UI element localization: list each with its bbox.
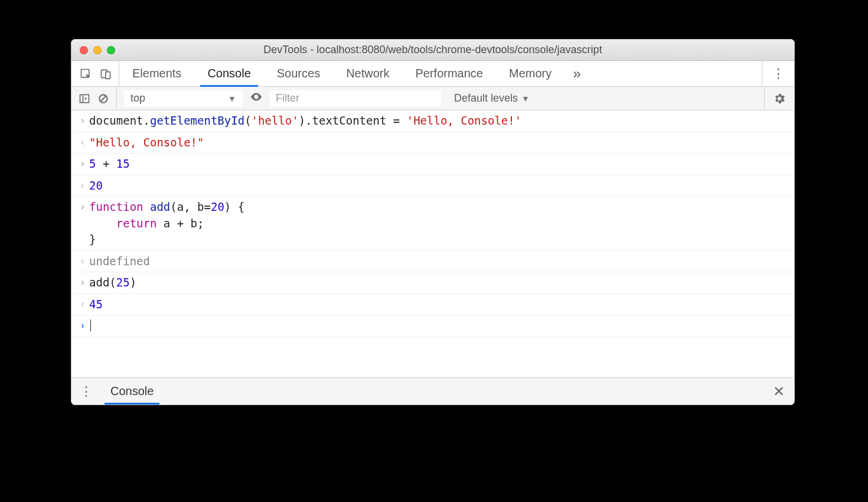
filter-input[interactable] [270, 90, 441, 107]
input-arrow-icon: › [76, 199, 89, 213]
more-options-button[interactable]: ⋮ [762, 61, 794, 86]
tab-memory[interactable]: Memory [496, 61, 564, 86]
devtools-window: DevTools - localhost:8080/web/tools/chro… [71, 39, 795, 405]
text-cursor [90, 320, 91, 331]
console-row-content: 5 + 15 [89, 156, 791, 172]
execution-context-select[interactable]: top ▼ [124, 90, 243, 107]
zoom-window-button[interactable] [107, 46, 115, 54]
console-row-content: add(25) [89, 275, 791, 291]
drawer-tab-console[interactable]: Console [101, 378, 163, 405]
traffic-lights [71, 46, 115, 54]
tab-elements[interactable]: Elements [119, 61, 194, 86]
drawer-menu-button[interactable]: ⋮ [71, 378, 101, 405]
tabs-list: ElementsConsoleSourcesNetworkPerformance… [119, 61, 564, 86]
inspect-tools [71, 61, 119, 86]
tab-performance[interactable]: Performance [403, 61, 497, 86]
console-row-prompt[interactable]: › [71, 315, 794, 337]
drawer: ⋮ Console ✕ [71, 377, 794, 405]
main-tabs-row: ElementsConsoleSourcesNetworkPerformance… [71, 61, 794, 87]
toggle-device-icon[interactable] [100, 68, 112, 80]
console-output[interactable]: ›document.getElementById('hello').textCo… [71, 110, 794, 377]
context-label: top [130, 92, 145, 105]
output-arrow-icon: ‹ [76, 178, 89, 192]
input-arrow-icon: › [76, 156, 89, 170]
console-row-content: 20 [89, 178, 791, 194]
output-arrow-icon: ‹ [76, 135, 89, 149]
clear-console-icon[interactable] [97, 93, 109, 105]
console-row-content: function add(a, b=20) { return a + b; } [89, 199, 791, 248]
console-row-content: document.getElementById('hello').textCon… [89, 113, 791, 129]
tabs-overflow-button[interactable]: » [564, 61, 589, 86]
console-row-content [89, 318, 791, 334]
svg-rect-2 [106, 71, 110, 79]
console-row-input: ›document.getElementById('hello').textCo… [71, 110, 794, 132]
svg-rect-3 [80, 94, 89, 102]
console-row-output: ‹20 [71, 175, 794, 197]
console-row-input: ›5 + 15 [71, 154, 794, 175]
input-arrow-icon: › [76, 113, 89, 127]
gear-icon [773, 92, 786, 105]
kebab-icon: ⋮ [772, 67, 785, 80]
kebab-icon: ⋮ [80, 385, 93, 398]
console-row-input: ›add(25) [71, 272, 794, 294]
levels-label: Default levels [454, 92, 518, 105]
svg-point-7 [255, 96, 257, 98]
input-arrow-icon: › [76, 275, 89, 289]
console-row-content: "Hello, Console!" [89, 135, 791, 151]
close-window-button[interactable] [80, 46, 88, 54]
console-toolbar: top ▼ Default levels ▼ [71, 87, 794, 110]
console-row-output: ‹45 [71, 294, 794, 316]
log-levels-select[interactable]: Default levels ▼ [448, 92, 536, 105]
window-title: DevTools - localhost:8080/web/tools/chro… [71, 44, 794, 56]
console-row-input: ›function add(a, b=20) { return a + b; } [71, 197, 794, 251]
console-row-content: 45 [89, 296, 791, 313]
chevron-down-icon: ▼ [521, 94, 530, 103]
tab-console[interactable]: Console [194, 61, 263, 86]
svg-line-6 [101, 96, 106, 100]
tab-network[interactable]: Network [333, 61, 402, 86]
console-row-output: ‹"Hello, Console!" [71, 132, 794, 154]
titlebar: DevTools - localhost:8080/web/tools/chro… [71, 40, 794, 61]
console-settings-button[interactable] [764, 87, 794, 110]
toggle-console-sidebar-icon[interactable] [79, 93, 90, 105]
close-icon: ✕ [773, 383, 785, 400]
minimize-window-button[interactable] [93, 46, 102, 54]
chevron-down-icon: ▼ [228, 94, 236, 103]
tab-sources[interactable]: Sources [264, 61, 333, 86]
drawer-tab-label: Console [110, 384, 154, 398]
console-row-content: undefined [89, 253, 791, 270]
console-row-output: ‹undefined [71, 251, 794, 273]
prompt-arrow-icon: › [76, 318, 89, 332]
output-arrow-icon: ‹ [76, 296, 89, 311]
drawer-close-button[interactable]: ✕ [763, 378, 794, 405]
live-expression-icon[interactable] [250, 90, 263, 106]
output-arrow-icon: ‹ [76, 253, 89, 268]
inspect-element-icon[interactable] [80, 68, 92, 80]
